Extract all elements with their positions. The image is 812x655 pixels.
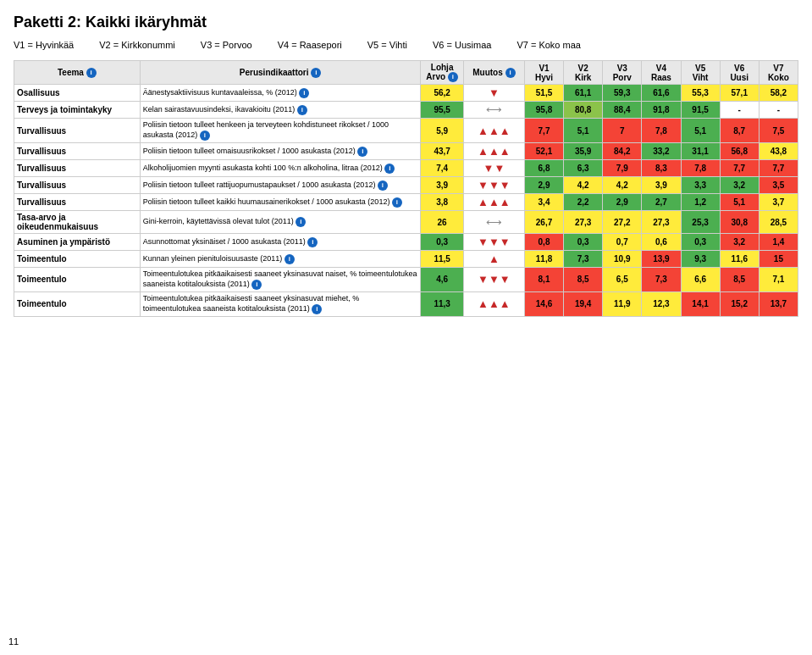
cell-v7: 7,5	[759, 119, 798, 143]
cell-v5: 91,5	[681, 102, 720, 119]
cell-v4: 3,9	[642, 177, 681, 194]
header-v6: V6Uusi	[720, 61, 759, 85]
cell-v3: 27,2	[603, 211, 642, 234]
cell-muutos: ▲▲▲	[463, 119, 524, 143]
cell-perus: Alkoholijuomien myynti asukasta kohti 10…	[140, 160, 421, 177]
info-icon-row[interactable]: i	[378, 180, 388, 191]
cell-v5: 0,3	[681, 234, 720, 251]
info-icon-row[interactable]: i	[284, 254, 295, 264]
cell-teema: Asuminen ja ympäristö	[14, 234, 141, 251]
cell-teema: Osallisuus	[14, 85, 141, 102]
cell-v4: 91,8	[642, 102, 681, 119]
info-icon-perus[interactable]: i	[311, 68, 321, 78]
cell-perus: Gini-kerroin, käytettävissä olevat tulot…	[140, 211, 421, 234]
cell-v3: 59,3	[603, 85, 642, 102]
cell-perus: Poliisin tietoon tulleet rattijuopumusta…	[140, 177, 421, 194]
cell-v7: 28,5	[759, 211, 798, 234]
info-icon-row[interactable]: i	[299, 88, 309, 98]
header-lohja: LohjaArvo i	[421, 61, 463, 85]
cell-arvo: 56,2	[421, 85, 463, 102]
header-v2: V2Kirk	[564, 61, 603, 85]
header-v1: V1Hyvi	[524, 61, 563, 85]
table-row: TurvallisuusPoliisin tietoon tulleet hen…	[14, 119, 798, 143]
info-icon-teema[interactable]: i	[86, 68, 97, 78]
cell-arvo: 3,8	[421, 194, 463, 211]
cell-teema: Turvallisuus	[14, 143, 141, 160]
cell-v3: 7,9	[603, 160, 642, 177]
cell-v2: 19,4	[564, 291, 603, 316]
cell-v4: 0,6	[642, 234, 681, 251]
cell-teema: Toimeentulo	[14, 251, 141, 268]
cell-v5: 14,1	[681, 291, 720, 316]
cell-v6: 57,1	[720, 85, 759, 102]
cell-muutos: ▼▼▼	[463, 268, 524, 292]
cell-v5: 7,8	[681, 160, 720, 177]
cell-v6: 8,5	[720, 268, 759, 292]
legend-v2: V2 = Kirkkonummi	[99, 40, 175, 50]
info-icon-row[interactable]: i	[307, 237, 318, 247]
cell-v2: 8,5	[564, 268, 603, 292]
cell-v1: 51,5	[524, 85, 563, 102]
cell-v3: 10,9	[603, 251, 642, 268]
cell-v4: 61,6	[642, 85, 681, 102]
cell-v1: 14,6	[524, 291, 563, 316]
cell-v2: 61,1	[564, 85, 603, 102]
cell-v2: 2,2	[564, 194, 603, 211]
cell-teema: Toimeentulo	[14, 268, 141, 292]
info-icon-row[interactable]: i	[296, 217, 306, 227]
cell-v5: 25,3	[681, 211, 720, 234]
info-icon-row[interactable]: i	[392, 197, 402, 208]
cell-perus: Äänestysaktiivisuus kuntavaaleissa, % (2…	[140, 85, 421, 102]
info-icon-arvo[interactable]: i	[448, 72, 458, 82]
cell-v5: 9,3	[681, 251, 720, 268]
cell-muutos: ▼▼▼	[463, 234, 524, 251]
info-icon-row[interactable]: i	[251, 280, 262, 290]
info-icon-row[interactable]: i	[200, 130, 210, 141]
cell-muutos: ⟷	[463, 211, 524, 234]
cell-v6: 7,7	[720, 160, 759, 177]
cell-v6: 15,2	[720, 291, 759, 316]
info-icon-row[interactable]: i	[312, 304, 322, 314]
info-icon-row[interactable]: i	[297, 105, 307, 115]
cell-arvo: 5,9	[421, 119, 463, 143]
cell-v1: 7,7	[524, 119, 563, 143]
table-row: Terveys ja toimintakykyKelan sairastavuu…	[14, 102, 798, 119]
cell-teema: Turvallisuus	[14, 194, 141, 211]
header-perus: Perusindikaattori i	[140, 61, 421, 85]
cell-perus: Toimeentulotukea pitkäaikaisesti saaneet…	[140, 268, 421, 292]
legend: V1 = Hyvinkää V2 = Kirkkonummi V3 = Porv…	[14, 40, 798, 50]
cell-v4: 13,9	[642, 251, 681, 268]
cell-v5: 5,1	[681, 119, 720, 143]
cell-arvo: 11,3	[421, 291, 463, 316]
legend-v3: V3 = Porvoo	[201, 40, 252, 50]
info-icon-row[interactable]: i	[357, 147, 367, 157]
info-icon-row[interactable]: i	[384, 164, 395, 174]
cell-arvo: 95,5	[421, 102, 463, 119]
cell-v5: 3,3	[681, 177, 720, 194]
cell-v3: 0,7	[603, 234, 642, 251]
cell-v1: 11,8	[524, 251, 563, 268]
cell-v7: 7,7	[759, 160, 798, 177]
cell-arvo: 3,9	[421, 177, 463, 194]
header-muutos: Muutos i	[463, 61, 524, 85]
cell-v1: 52,1	[524, 143, 563, 160]
cell-v6: 56,8	[720, 143, 759, 160]
table-row: Asuminen ja ympäristöAsunnottomat yksinä…	[14, 234, 798, 251]
cell-v3: 7	[603, 119, 642, 143]
cell-v7: 3,5	[759, 177, 798, 194]
cell-v4: 2,7	[642, 194, 681, 211]
cell-v1: 0,8	[524, 234, 563, 251]
cell-v6: 3,2	[720, 234, 759, 251]
cell-teema: Turvallisuus	[14, 177, 141, 194]
cell-perus: Asunnottomat yksinäiset / 1000 asukasta …	[140, 234, 421, 251]
cell-v7: 58,2	[759, 85, 798, 102]
table-row: TurvallisuusPoliisin tietoon tulleet kai…	[14, 194, 798, 211]
cell-v3: 88,4	[603, 102, 642, 119]
legend-v5: V5 = Vihti	[367, 40, 407, 50]
cell-v1: 2,9	[524, 177, 563, 194]
cell-v2: 0,3	[564, 234, 603, 251]
cell-teema: Turvallisuus	[14, 160, 141, 177]
cell-v7: 43,8	[759, 143, 798, 160]
info-icon-muutos[interactable]: i	[505, 68, 516, 78]
header-v7: V7Koko	[759, 61, 798, 85]
